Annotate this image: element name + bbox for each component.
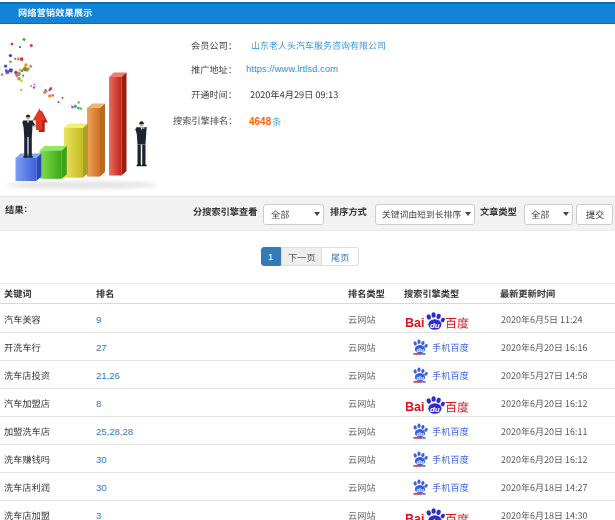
- svg-text:du: du: [430, 321, 440, 330]
- svg-text:du: du: [430, 405, 440, 414]
- svg-text:du: du: [417, 458, 425, 464]
- svg-text:du: du: [417, 430, 425, 436]
- svg-text:du: du: [417, 486, 425, 492]
- svg-text:du: du: [417, 346, 425, 352]
- svg-text:Bai: Bai: [406, 511, 424, 520]
- svg-text:Bai: Bai: [406, 315, 424, 329]
- svg-text:du: du: [417, 374, 425, 380]
- svg-text:Bai: Bai: [406, 399, 424, 413]
